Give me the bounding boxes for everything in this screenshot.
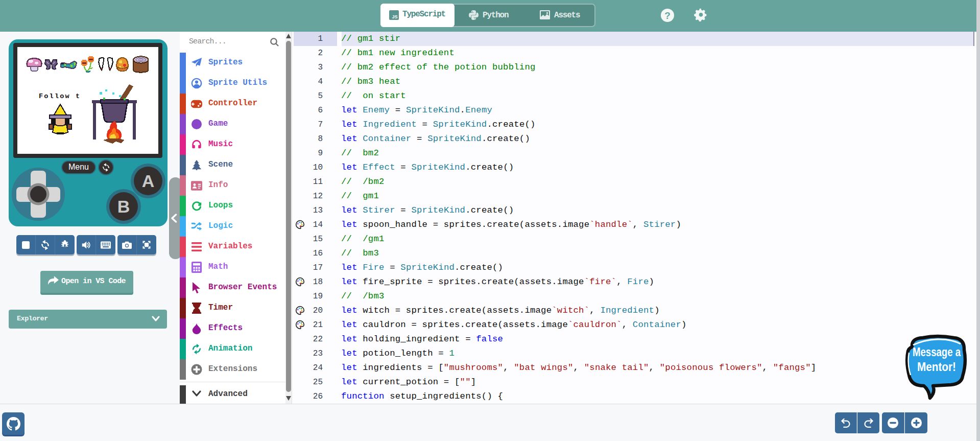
svg-text:?: ? — [664, 10, 671, 21]
svg-text:Message a: Message a — [913, 345, 961, 359]
svg-text:Follow t: Follow t — [39, 92, 81, 100]
svg-text:Mentor!: Mentor! — [917, 360, 956, 374]
svg-text:JS: JS — [392, 14, 397, 19]
